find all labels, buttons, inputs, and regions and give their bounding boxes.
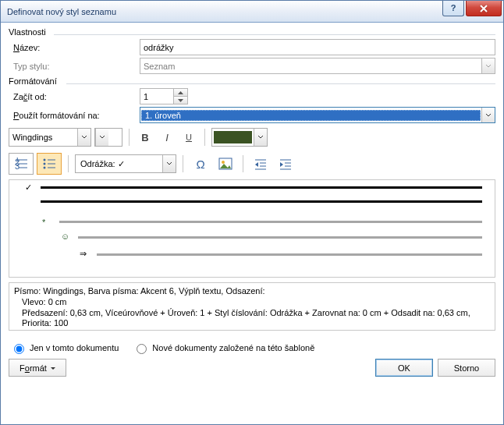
startat-input[interactable] [140, 89, 173, 104]
window-title: Definovat nový styl seznamu [7, 7, 116, 16]
numbered-list-button[interactable]: 123 [9, 153, 34, 175]
bullet-smile-icon: ☺ [61, 232, 69, 241]
chevron-down-icon[interactable] [77, 129, 91, 146]
ok-button[interactable]: OK [375, 359, 433, 377]
font-dropdown[interactable]: Wingdings [9, 128, 91, 147]
style-description: Písmo: Wingdings, Barva písma: Akcent 6,… [9, 282, 495, 331]
titlebar[interactable]: Definovat nový styl seznamu ? [1, 1, 503, 23]
dialog-footer: Formát OK Storno [9, 356, 495, 377]
spin-up-icon[interactable] [173, 89, 187, 97]
radio-template[interactable]: Nové dokumenty založené na této šabloně [133, 342, 314, 354]
svg-point-7 [44, 159, 46, 161]
symbol-button[interactable]: Ω [190, 154, 211, 174]
chevron-down-icon[interactable] [162, 155, 176, 172]
bullet-char-dropdown[interactable]: Odrážka: ✓ [75, 154, 176, 173]
svg-point-9 [44, 167, 46, 169]
svg-point-14 [222, 161, 225, 164]
bullet-list-button[interactable] [37, 153, 62, 175]
fontsize-dropdown[interactable] [94, 128, 122, 147]
label-styletype: Typ stylu: [9, 62, 140, 71]
svg-text:?: ? [451, 5, 456, 12]
scope-radios: Jen v tomto dokumentu Nové dokumenty zal… [10, 342, 495, 354]
font-toolbar: Wingdings B I U [9, 128, 495, 147]
name-input[interactable] [140, 39, 495, 55]
dialog-window: Definovat nový styl seznamu ? Vlastnosti… [0, 0, 504, 425]
decrease-indent-button[interactable] [250, 154, 272, 174]
group-props-label: Vlastnosti [9, 27, 495, 37]
italic-button[interactable]: I [158, 128, 176, 147]
close-button[interactable] [466, 1, 502, 16]
chevron-down-icon[interactable] [254, 129, 267, 146]
radio-this-doc[interactable]: Jen v tomto dokumentu [10, 342, 119, 354]
startat-spinner[interactable] [140, 88, 188, 104]
group-format-label: Formátování [9, 76, 495, 86]
help-button[interactable]: ? [442, 1, 464, 16]
bullet-arrow-icon: ⇒ [80, 249, 87, 259]
list-toolbar: 123 Odrážka: ✓ Ω [9, 153, 495, 175]
spin-down-icon[interactable] [173, 97, 187, 104]
applyto-dropdown[interactable]: 1. úroveň [140, 107, 495, 123]
chevron-down-icon[interactable] [95, 129, 108, 146]
bullet-check-icon: ✓ [25, 182, 32, 193]
fontcolor-dropdown[interactable] [211, 128, 268, 147]
chevron-down-icon [481, 58, 495, 73]
bullet-star-icon: * [42, 218, 45, 227]
preview-pane: ✓ * ☺ ⇒ [9, 179, 495, 278]
bold-button[interactable]: B [136, 128, 154, 147]
underline-button[interactable]: U [179, 128, 198, 147]
window-buttons: ? [441, 1, 502, 16]
svg-point-8 [44, 163, 46, 165]
cancel-button[interactable]: Storno [438, 359, 495, 377]
styletype-dropdown: Seznam [140, 58, 495, 74]
color-swatch [214, 131, 252, 143]
label-startat: Začít od: [9, 92, 140, 101]
svg-text:3: 3 [15, 161, 20, 170]
label-name: NNázev:ázev: [9, 43, 140, 52]
label-applyto: Použít formátování na: [9, 111, 140, 120]
format-button[interactable]: Formát [9, 359, 66, 377]
picture-button[interactable] [215, 154, 236, 174]
chevron-down-icon[interactable] [481, 108, 495, 122]
increase-indent-button[interactable] [275, 154, 296, 174]
